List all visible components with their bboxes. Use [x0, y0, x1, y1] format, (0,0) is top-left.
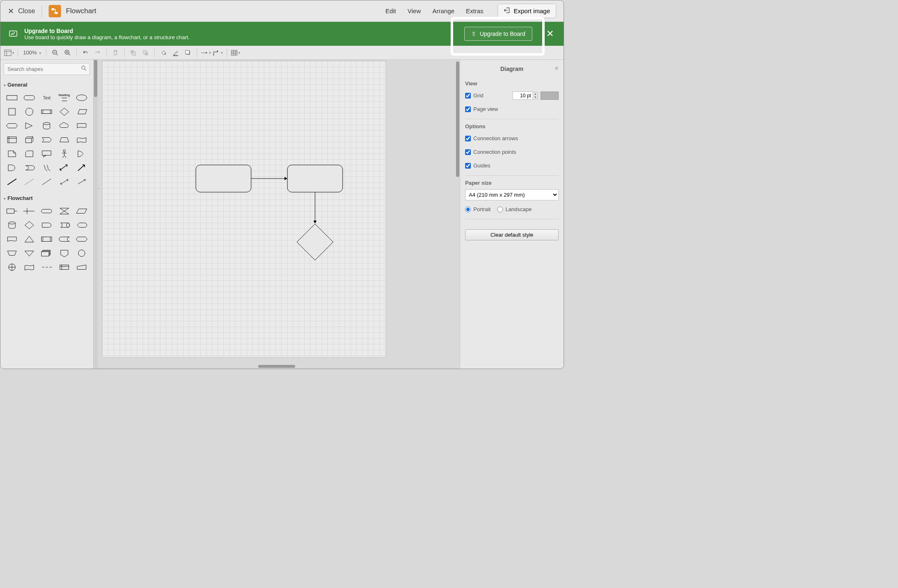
fc-manual-op[interactable] [4, 247, 20, 260]
fc-collate[interactable] [56, 205, 73, 218]
shape-diamond[interactable] [56, 105, 73, 118]
shape-line-light[interactable] [38, 175, 55, 188]
shape-cylinder[interactable] [38, 119, 55, 132]
shape-document-curve[interactable] [73, 119, 90, 132]
conn-arrows-row[interactable]: Connection arrows [465, 135, 518, 141]
shape-actor[interactable] [56, 147, 73, 160]
shape-parallelogram[interactable] [73, 105, 90, 118]
grid-size-input[interactable] [512, 92, 533, 100]
shape-hexagon[interactable] [4, 119, 20, 132]
menu-edit[interactable]: Edit [386, 7, 396, 14]
fc-direct-data[interactable] [56, 219, 73, 232]
grid-checkbox-row[interactable]: Grid [465, 92, 484, 99]
conn-arrows-checkbox[interactable] [465, 136, 471, 141]
fc-tape2[interactable] [21, 261, 38, 274]
shape-rounded-rect[interactable] [21, 91, 38, 104]
shape-or-shape[interactable] [21, 161, 38, 174]
fc-preparation[interactable] [73, 233, 90, 246]
grid-checkbox[interactable] [465, 93, 471, 99]
left-canvas-scrollbar[interactable] [94, 60, 98, 369]
shape-triangle[interactable] [21, 119, 38, 132]
shadow-button[interactable] [183, 47, 193, 58]
right-canvas-scrollbar[interactable] [456, 60, 460, 369]
landscape-radio-row[interactable]: Landscape [497, 206, 532, 212]
clear-default-style-button[interactable]: Clear default style [465, 229, 559, 240]
export-image-button[interactable]: Export image [498, 4, 556, 18]
layout-dropdown[interactable]: ▾ [4, 47, 14, 58]
line-color-button[interactable] [170, 47, 181, 58]
grid-color-swatch[interactable] [541, 92, 559, 100]
shape-text[interactable]: Text [38, 91, 55, 104]
to-back-button[interactable] [140, 47, 151, 58]
section-general[interactable]: General [3, 80, 91, 89]
shape-arrow-bidir[interactable] [56, 161, 73, 174]
search-shapes-input[interactable] [4, 63, 90, 75]
shape-cube[interactable] [21, 133, 38, 146]
shape-card[interactable] [21, 147, 38, 160]
fc-or[interactable] [4, 261, 20, 274]
fc-database[interactable] [4, 219, 20, 232]
page[interactable] [102, 61, 386, 358]
table-button[interactable]: ▾ [230, 47, 241, 58]
shape-line-heavy[interactable] [4, 175, 20, 188]
zoom-in-button[interactable] [62, 47, 73, 58]
panel-close-icon[interactable]: ✕ [555, 66, 559, 71]
page-view-checkbox[interactable] [465, 106, 471, 112]
shape-cloud[interactable] [56, 119, 73, 132]
shape-note[interactable] [4, 147, 20, 160]
page-view-row[interactable]: Page view [465, 106, 498, 112]
fc-data[interactable] [73, 205, 90, 218]
fc-connector-right[interactable] [4, 205, 20, 218]
shape-step[interactable] [38, 133, 55, 146]
horizontal-scrollbar[interactable] [258, 365, 295, 368]
shape-ellipse[interactable] [73, 91, 90, 104]
conn-points-checkbox[interactable] [465, 149, 471, 155]
shape-internal-storage[interactable] [4, 133, 20, 146]
shape-tape[interactable] [73, 133, 90, 146]
shape-heading[interactable]: Heading━━━━━━ [56, 91, 73, 104]
guides-checkbox[interactable] [465, 163, 471, 169]
shape-circle[interactable] [21, 105, 38, 118]
zoom-out-button[interactable] [50, 47, 61, 58]
connection-style-button[interactable]: ▾ [200, 47, 211, 58]
fc-decision[interactable] [21, 219, 38, 232]
close-button[interactable]: ✕ Close [8, 7, 35, 16]
conn-points-row[interactable]: Connection points [465, 149, 516, 155]
paper-size-select[interactable]: A4 (210 mm x 297 mm) [465, 189, 559, 200]
landscape-radio[interactable] [497, 207, 503, 212]
shape-dashed-line[interactable] [21, 175, 38, 188]
to-front-button[interactable] [128, 47, 139, 58]
portrait-radio-row[interactable]: Portrait [465, 206, 491, 212]
fc-merge-up[interactable] [21, 233, 38, 246]
menu-arrange[interactable]: Arrange [433, 7, 454, 14]
fc-delay[interactable] [38, 219, 55, 232]
shape-trapezoid[interactable] [56, 133, 73, 146]
fc-terminator[interactable] [38, 205, 55, 218]
guides-row[interactable]: Guides [465, 162, 490, 169]
splitter-handle-icon[interactable]: ⫶ [98, 188, 101, 190]
fc-extract[interactable] [21, 205, 38, 218]
fc-multi-doc[interactable] [38, 247, 55, 260]
fc-loop-limit[interactable] [38, 261, 55, 274]
shape-and[interactable] [4, 161, 20, 174]
grid-size-stepper[interactable]: ▲▼ [533, 92, 538, 99]
fill-color-button[interactable] [158, 47, 169, 58]
redo-button[interactable] [92, 47, 103, 58]
fc-display[interactable] [73, 219, 90, 232]
shape-rectangle[interactable] [4, 91, 20, 104]
banner-close-button[interactable]: ✕ [544, 26, 556, 42]
undo-button[interactable] [80, 47, 91, 58]
shape-callout[interactable] [38, 147, 55, 160]
shape-square[interactable] [4, 105, 20, 118]
shape-bidir-arrow[interactable] [56, 175, 73, 188]
fc-document[interactable] [4, 233, 20, 246]
fc-stored-data[interactable] [56, 233, 73, 246]
fc-merge[interactable] [21, 247, 38, 260]
shape-process[interactable] [38, 105, 55, 118]
section-flowchart[interactable]: Flowchart [3, 193, 91, 203]
fc-on-page[interactable] [73, 247, 90, 260]
upgrade-to-board-button[interactable]: ⇧ Upgrade to Board [464, 27, 532, 41]
menu-extras[interactable]: Extras [466, 7, 484, 14]
shape-curve-shape[interactable] [73, 147, 90, 160]
canvas[interactable]: ⫶ [98, 60, 456, 369]
